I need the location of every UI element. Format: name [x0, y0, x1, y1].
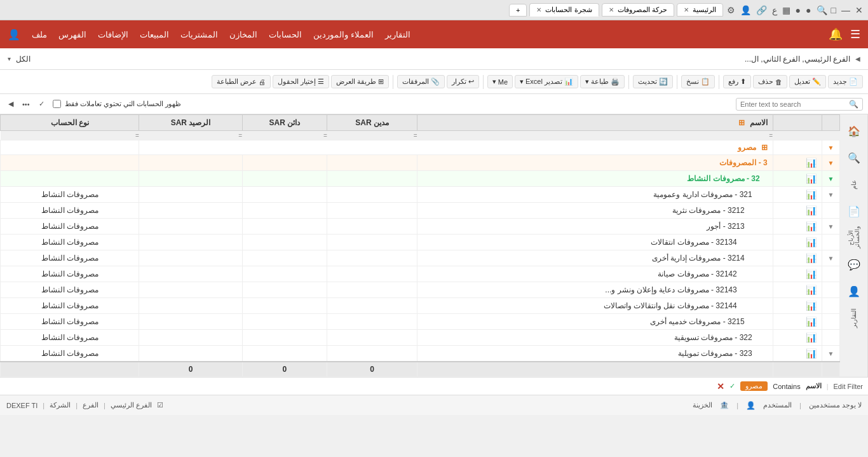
sidebar-search-icon[interactable]: 🔍 [843, 146, 865, 169]
filter-clear-icon[interactable]: ✕ [717, 381, 724, 392]
tab-home[interactable]: الرئيسية ✕ [677, 3, 723, 17]
print-button[interactable]: 🖨️ طباعة ▾ [580, 75, 625, 88]
table-row[interactable]: ▼ 📊 3213 - أجور مصروفات النشاط [1, 219, 840, 235]
print-display-button[interactable]: 🖨 عرض الطباعة [212, 75, 271, 88]
nav-icon-2[interactable]: ● [796, 5, 801, 15]
group-collapse-arrow[interactable]: ▼ [828, 144, 834, 151]
chart-btn-12[interactable]: 📊 [806, 332, 817, 343]
row-collapse-arrow-13[interactable]: ▼ [828, 350, 834, 357]
row-chart-8[interactable]: 📊 [773, 266, 822, 282]
branch-expand-icon[interactable]: ◀ [855, 55, 860, 62]
nav-additions[interactable]: الإضافات [98, 30, 128, 39]
tab-accounts-tree[interactable]: شجرة الحسابات ✕ [529, 3, 599, 17]
row-chart-5[interactable]: 📊 [773, 219, 822, 235]
sidebar-reports-btn[interactable]: التقارير [843, 306, 865, 329]
table-row[interactable]: 📊 32143 - مصروفات دعاية وإعلان ونشر و...… [1, 282, 840, 298]
sidebar-general-btn[interactable]: عام [843, 173, 865, 196]
table-row[interactable]: ▼ 📊 323 - مصروفات تمويلية مصروفات النشاط [1, 346, 840, 362]
search-input[interactable] [740, 100, 846, 108]
chart-btn-10[interactable]: 📊 [806, 301, 817, 311]
sidebar-home-icon[interactable]: 🏠 [843, 119, 865, 142]
nav-warehouses[interactable]: المخازن [229, 30, 257, 39]
transactions-checkbox[interactable] [53, 100, 61, 108]
search-browser-icon[interactable]: 🔍 [817, 5, 827, 15]
nav-icon-6[interactable]: 👤 [740, 5, 751, 15]
row-chart-2[interactable]: 📊 [773, 171, 822, 187]
tab-new[interactable]: + [509, 4, 527, 17]
filter-expand-icon[interactable]: ◀ [5, 99, 17, 109]
nav-purchases[interactable]: المشتريات [180, 30, 218, 39]
row-chart-4[interactable]: 📊 [773, 203, 822, 219]
row-chart-1[interactable]: 📊 [773, 155, 822, 171]
copy-button[interactable]: 📋 نسخ [681, 75, 715, 88]
browser-window-controls[interactable]: ✕ — □ [831, 5, 863, 15]
close-window-icon[interactable]: ✕ [855, 5, 863, 15]
filter-value-tag[interactable]: مصرو [740, 381, 768, 391]
raise-button[interactable]: ⬆ رفع [723, 75, 751, 88]
nav-icon-3[interactable]: ▦ [782, 5, 790, 15]
nav-reports[interactable]: التقارير [385, 30, 410, 39]
table-row[interactable]: ▼ 📊 3 - المصروفات [1, 155, 840, 171]
merge-dropdown-icon[interactable]: ▾ [492, 78, 496, 86]
sidebar-whatsapp-icon[interactable]: 💬 [843, 253, 865, 276]
row-chart-7[interactable]: 📊 [773, 250, 822, 266]
chart-btn-6[interactable]: 📊 [806, 237, 817, 247]
table-row[interactable]: 📊 32144 - مصروفات نقل وانتقالات واتصالات… [1, 298, 840, 314]
filter-dots-icon[interactable]: ••• [19, 99, 33, 109]
notification-bell-icon[interactable]: 🔔 [829, 27, 843, 41]
tab-transactions[interactable]: حركة المصروفات ✕ [602, 3, 674, 17]
new-button[interactable]: 📄 جديد [828, 75, 863, 88]
choose-fields-button[interactable]: ☰ إختيار الحقول [273, 75, 329, 88]
excel-button[interactable]: 📊 تصدير Excel ▾ [515, 75, 578, 88]
nav-accounts[interactable]: الحسابات [269, 30, 302, 39]
chart-btn-11[interactable]: 📊 [806, 317, 817, 327]
col-name-header[interactable]: الاسم ⊞ [417, 115, 773, 131]
nav-index[interactable]: الفهرس [58, 30, 86, 39]
table-row[interactable]: 📊 3215 - مصروفات خدميه أخرى مصروفات النش… [1, 314, 840, 330]
row-collapse-arrow-3[interactable]: ▼ [828, 191, 834, 198]
row-collapse-arrow-1[interactable]: ▼ [828, 160, 834, 167]
chart-btn-3[interactable]: 📊 [806, 189, 817, 200]
row-chart-10[interactable]: 📊 [773, 298, 822, 314]
search-box[interactable]: 🔍 [736, 98, 863, 111]
nav-icon-4[interactable]: ع [772, 5, 777, 15]
chart-btn-2[interactable]: 📊 [806, 174, 817, 184]
nav-icon-7[interactable]: ⚙ [727, 5, 735, 15]
row-chart-13[interactable]: 📊 [773, 346, 822, 362]
nav-file[interactable]: ملف [32, 30, 47, 39]
chart-btn-4[interactable]: 📊 [806, 205, 817, 215]
nav-icon-1[interactable]: ● [806, 5, 811, 15]
minimize-window-icon[interactable]: — [841, 5, 850, 15]
delete-button[interactable]: 🗑 حذف [753, 75, 787, 88]
table-row[interactable]: 📊 3212 - مصروفات نثرية مصروفات النشاط [1, 203, 840, 219]
chart-btn-13[interactable]: 📊 [806, 348, 817, 358]
sidebar-page-icon[interactable]: 📄 [843, 200, 865, 222]
display-method-button[interactable]: ⊞ طريقة العرض [331, 75, 389, 88]
chart-btn-1[interactable]: 📊 [806, 158, 817, 168]
chart-btn-5[interactable]: 📊 [806, 221, 817, 231]
edit-button[interactable]: ✏️ تعديل [789, 75, 826, 88]
chart-btn-9[interactable]: 📊 [806, 285, 817, 295]
sidebar-user-icon[interactable]: 👤 [843, 280, 865, 303]
attachments-button[interactable]: 📎 المرفقات [397, 75, 445, 88]
row-chart-3[interactable]: 📊 [773, 187, 822, 203]
hamburger-menu-icon[interactable]: ☰ [850, 27, 860, 41]
chart-btn-7[interactable]: 📊 [806, 253, 817, 263]
update-button[interactable]: 🔄 تحديث [633, 75, 673, 88]
row-chart-9[interactable]: 📊 [773, 282, 822, 298]
row-collapse-arrow-7[interactable]: ▼ [828, 255, 834, 262]
branch-dropdown-icon[interactable]: ▾ [8, 55, 11, 62]
table-row[interactable]: 📊 32134 - مصروفات انتقالات مصروفات النشا… [1, 235, 840, 250]
print-dropdown-icon[interactable]: ▾ [585, 78, 589, 86]
table-row[interactable]: ▼ 📊 3214 - مصروفات إدارية أخرى مصروفات ا… [1, 250, 840, 266]
nav-customers-suppliers[interactable]: العملاء والموردين [313, 30, 374, 39]
tab-accounts-tree-close[interactable]: ✕ [536, 6, 541, 13]
tab-transactions-close[interactable]: ✕ [609, 6, 614, 13]
table-row[interactable]: ▼ 📊 32 - مصروفات النشاط [1, 171, 840, 187]
row-collapse-arrow-5[interactable]: ▼ [828, 223, 834, 230]
table-row[interactable]: 📊 32142 - مصروفات صيانة مصروفات النشاط [1, 266, 840, 282]
col-name-filter-icon[interactable]: ⊞ [738, 118, 745, 127]
nav-sales[interactable]: المبيعات [140, 30, 169, 39]
row-collapse-arrow-2[interactable]: ▼ [828, 175, 834, 182]
row-chart-6[interactable]: 📊 [773, 235, 822, 250]
